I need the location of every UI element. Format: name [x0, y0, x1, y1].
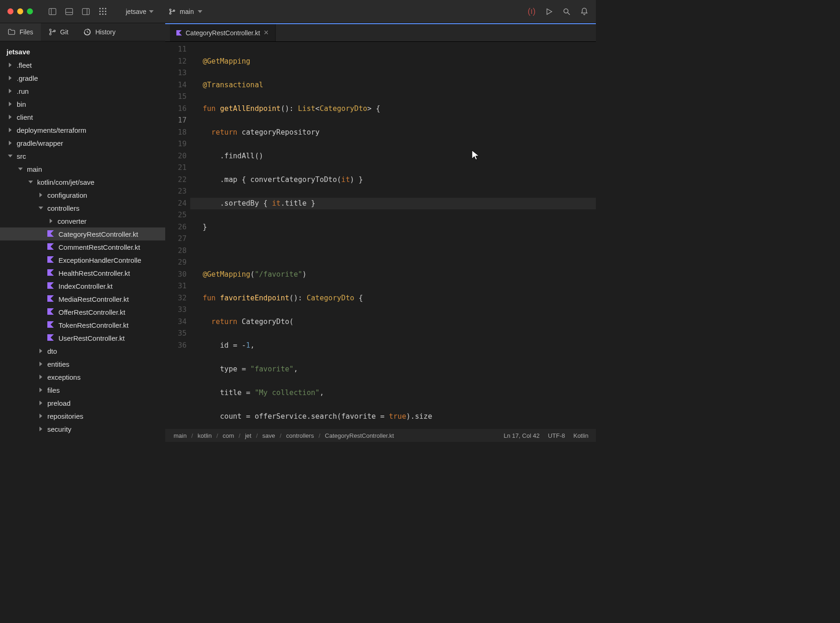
search-icon[interactable] [562, 7, 571, 16]
chevron-down-icon[interactable] [37, 204, 45, 212]
tree-file[interactable]: UserRestController.kt [0, 331, 165, 344]
tree-folder[interactable]: security [0, 422, 165, 435]
svg-point-10 [564, 9, 568, 13]
chevron-right-icon[interactable] [6, 113, 14, 121]
svg-line-11 [568, 13, 570, 15]
kotlin-file-icon [176, 30, 182, 36]
minimize-window[interactable] [17, 8, 23, 14]
chevron-right-icon[interactable] [6, 139, 14, 147]
project-dropdown[interactable]: jetsave [122, 6, 157, 17]
tree-folder[interactable]: bin [0, 97, 165, 110]
chevron-right-icon[interactable] [6, 61, 14, 69]
bell-icon[interactable] [580, 7, 588, 16]
tree-folder[interactable]: src [0, 149, 165, 162]
file-tree[interactable]: jetsave .fleet .gradle .run bin client d… [0, 41, 165, 442]
breadcrumbs[interactable]: main/ kotlin/ com/ jet/ save/ controller… [173, 432, 395, 439]
panel-right-icon[interactable] [81, 7, 90, 16]
tree-file[interactable]: MediaRestController.kt [0, 292, 165, 305]
svg-point-12 [49, 29, 51, 31]
panel-tab-history[interactable]: History [76, 23, 123, 41]
chevron-right-icon[interactable] [37, 360, 45, 368]
chevron-down-icon[interactable] [6, 152, 14, 160]
broadcast-icon[interactable]: (ı) [528, 6, 536, 16]
svg-rect-0 [49, 8, 56, 14]
panel-bottom-icon[interactable] [65, 7, 74, 16]
panel-tab-git[interactable]: Git [41, 23, 76, 41]
tree-folder[interactable]: client [0, 110, 165, 123]
tree-folder[interactable]: repositories [0, 409, 165, 422]
chevron-right-icon[interactable] [47, 217, 55, 225]
encoding[interactable]: UTF-8 [548, 432, 565, 439]
gutter: 1112131415161718192021222324252627282930… [165, 42, 190, 429]
folder-icon [7, 28, 16, 36]
chevron-down-icon[interactable] [27, 178, 34, 186]
tree-folder[interactable]: dto [0, 344, 165, 357]
chevron-down-icon [198, 10, 202, 13]
chevron-right-icon[interactable] [6, 87, 14, 95]
tree-file[interactable]: IndexController.kt [0, 279, 165, 292]
chevron-right-icon[interactable] [37, 373, 45, 381]
panel-left-icon[interactable] [48, 7, 57, 16]
tree-folder[interactable]: gradle/wrapper [0, 136, 165, 149]
close-window[interactable] [7, 8, 13, 14]
svg-point-7 [170, 13, 171, 14]
chevron-right-icon[interactable] [6, 100, 14, 108]
chevron-right-icon[interactable] [37, 386, 45, 394]
chevron-right-icon[interactable] [37, 191, 45, 199]
code-editor[interactable]: 1112131415161718192021222324252627282930… [165, 42, 596, 429]
chevron-right-icon[interactable] [37, 425, 45, 433]
chevron-down-icon[interactable] [17, 165, 24, 173]
branch-dropdown[interactable]: main [168, 8, 202, 15]
tree-folder[interactable]: .fleet [0, 58, 165, 71]
chevron-right-icon[interactable] [6, 74, 14, 82]
grip-icon[interactable] [98, 7, 107, 16]
tree-folder[interactable]: .run [0, 84, 165, 97]
tree-folder[interactable]: controllers [0, 201, 165, 214]
panel-tab-label: Git [60, 28, 69, 36]
tree-file[interactable]: CategoryRestController.kt [0, 227, 165, 240]
file-tab[interactable]: CategoryRestController.kt × [170, 24, 276, 41]
svg-rect-4 [83, 8, 90, 14]
chevron-right-icon[interactable] [37, 347, 45, 355]
tree-folder[interactable]: kotlin/com/jet/save [0, 175, 165, 188]
tree-folder[interactable]: exceptions [0, 370, 165, 383]
tree-folder[interactable]: entities [0, 357, 165, 370]
code-content[interactable]: @GetMapping @Transactional fun getAllEnd… [190, 42, 596, 429]
file-tabs: CategoryRestController.kt × [165, 23, 596, 42]
tree-folder[interactable]: main [0, 162, 165, 175]
git-icon [48, 28, 57, 36]
kotlin-file-icon [47, 230, 55, 238]
window-controls [7, 8, 33, 14]
chevron-down-icon [149, 10, 154, 13]
tree-file[interactable]: TokenRestController.kt [0, 318, 165, 331]
tree-file[interactable]: CommentRestController.kt [0, 240, 165, 253]
run-icon[interactable] [545, 7, 553, 16]
chevron-right-icon[interactable] [37, 399, 45, 407]
tree-file[interactable]: OfferRestController.kt [0, 305, 165, 318]
tree-folder[interactable]: .gradle [0, 71, 165, 84]
kotlin-file-icon [47, 334, 55, 342]
close-tab-icon[interactable]: × [264, 28, 269, 38]
tree-folder[interactable]: files [0, 383, 165, 396]
tree-folder[interactable]: configuration [0, 188, 165, 201]
maximize-window[interactable] [27, 8, 33, 14]
chevron-right-icon[interactable] [6, 126, 14, 134]
tree-root[interactable]: jetsave [0, 45, 165, 58]
kotlin-file-icon [47, 256, 55, 264]
kotlin-file-icon [47, 321, 55, 329]
chevron-right-icon[interactable] [37, 412, 45, 420]
svg-point-13 [49, 33, 51, 35]
tree-folder[interactable]: deployments/terraform [0, 123, 165, 136]
tree-file[interactable]: ExceptionHandlerControlle [0, 253, 165, 266]
tree-folder[interactable]: converter [0, 214, 165, 227]
language[interactable]: Kotlin [573, 432, 588, 439]
branch-name: main [180, 8, 194, 15]
cursor-position[interactable]: Ln 17, Col 42 [504, 432, 539, 439]
file-tab-label: CategoryRestController.kt [186, 29, 260, 37]
tree-folder[interactable]: preload [0, 396, 165, 409]
svg-rect-2 [66, 8, 73, 14]
kotlin-file-icon [47, 269, 55, 277]
panel-tabs: Files Git History [0, 23, 165, 41]
panel-tab-files[interactable]: Files [0, 23, 41, 41]
tree-file[interactable]: HealthRestController.kt [0, 266, 165, 279]
